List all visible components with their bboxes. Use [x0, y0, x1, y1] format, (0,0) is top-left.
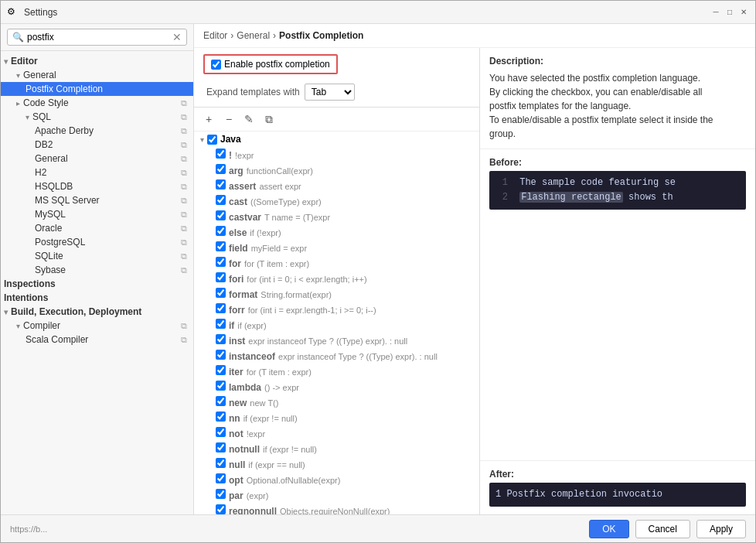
- template-row[interactable]: elseif (!expr): [194, 224, 479, 240]
- template-row[interactable]: nnif (expr != null): [194, 410, 479, 425]
- java-group[interactable]: ▾ Java: [194, 131, 479, 147]
- general-arrow: ▾: [16, 71, 20, 80]
- template-row[interactable]: par(expr): [194, 487, 479, 503]
- template-row[interactable]: formatString.format(expr): [194, 286, 479, 302]
- ok-button[interactable]: OK: [589, 520, 628, 538]
- add-template-button[interactable]: +: [200, 111, 217, 128]
- template-checkbox[interactable]: [216, 319, 226, 329]
- sidebar-item-label: General: [23, 70, 56, 80]
- close-button[interactable]: ✕: [738, 7, 749, 18]
- before-label: Before:: [489, 157, 746, 168]
- template-checkbox[interactable]: [216, 489, 226, 499]
- search-input-wrap[interactable]: 🔍 ✕: [7, 29, 187, 46]
- template-checkbox[interactable]: [216, 427, 226, 437]
- template-checkbox[interactable]: [216, 473, 226, 483]
- template-checkbox[interactable]: [216, 504, 226, 514]
- template-checkbox[interactable]: [216, 195, 226, 205]
- template-row[interactable]: iterfor (T item : expr): [194, 364, 479, 379]
- template-row[interactable]: argfunctionCall(expr): [194, 162, 479, 178]
- sidebar-item-general[interactable]: ▾ General: [1, 68, 193, 82]
- sidebar-item-oracle[interactable]: Oracle ⧉: [1, 221, 193, 235]
- before-line-1-text: The sample code featuring se: [519, 177, 676, 188]
- status-text: https://b...: [10, 524, 47, 534]
- template-checkbox[interactable]: [216, 288, 226, 298]
- sidebar-item-editor[interactable]: ▾ Editor: [1, 54, 193, 68]
- search-input[interactable]: [27, 32, 172, 43]
- enable-postfix-checkbox[interactable]: [211, 60, 221, 70]
- sidebar-item-mssqlserver[interactable]: MS SQL Server ⧉: [1, 193, 193, 207]
- template-row[interactable]: nullif (expr == null): [194, 456, 479, 472]
- template-desc: assert expr: [259, 182, 301, 191]
- search-clear-icon[interactable]: ✕: [172, 31, 182, 43]
- minimize-button[interactable]: ─: [710, 7, 721, 18]
- template-checkbox[interactable]: [216, 272, 226, 282]
- template-row[interactable]: forrfor (int i = expr.length-1; i >= 0; …: [194, 302, 479, 317]
- edit-template-button[interactable]: ✎: [240, 111, 257, 128]
- sidebar-item-sqlite[interactable]: SQLite ⧉: [1, 249, 193, 263]
- sidebar-item-sql[interactable]: ▾ SQL ⧉: [1, 110, 193, 124]
- template-row[interactable]: optOptional.ofNullable(expr): [194, 472, 479, 487]
- sidebar-item-compiler[interactable]: ▾ Compiler ⧉: [1, 319, 193, 333]
- sidebar-item-db2[interactable]: DB2 ⧉: [1, 138, 193, 152]
- sidebar-item-postgresql[interactable]: PostgreSQL ⧉: [1, 235, 193, 249]
- template-checkbox[interactable]: [216, 334, 226, 344]
- sidebar-item-apache-derby[interactable]: Apache Derby ⧉: [1, 124, 193, 138]
- template-checkbox[interactable]: [216, 164, 226, 174]
- remove-template-button[interactable]: −: [220, 111, 237, 128]
- template-checkbox[interactable]: [216, 257, 226, 267]
- template-row[interactable]: castvarT name = (T)expr: [194, 209, 479, 224]
- template-row[interactable]: assertassert expr: [194, 178, 479, 193]
- template-row[interactable]: forfor (T item : expr): [194, 255, 479, 271]
- sidebar-item-inspections[interactable]: Inspections: [1, 277, 193, 291]
- template-row[interactable]: !!expr: [194, 147, 479, 162]
- template-row[interactable]: reqnonnullObjects.requireNonNull(expr): [194, 503, 479, 514]
- template-checkbox[interactable]: [216, 381, 226, 391]
- template-checkbox[interactable]: [216, 350, 226, 360]
- template-desc: for (T item : expr): [244, 259, 309, 268]
- maximize-button[interactable]: □: [724, 7, 735, 18]
- template-desc: ((SomeType) expr): [250, 197, 322, 207]
- cancel-button[interactable]: Cancel: [635, 520, 690, 538]
- template-row[interactable]: ifif (expr): [194, 317, 479, 333]
- template-row[interactable]: cast((SomeType) expr): [194, 193, 479, 209]
- template-row[interactable]: forifor (int i = 0; i < expr.length; i++…: [194, 271, 479, 286]
- sidebar-item-intentions[interactable]: Intentions: [1, 291, 193, 305]
- template-checkbox[interactable]: [216, 442, 226, 452]
- title-bar: ⚙ Settings ─ □ ✕: [1, 1, 755, 24]
- template-key: format: [229, 289, 257, 300]
- template-row[interactable]: not!expr: [194, 425, 479, 441]
- template-row[interactable]: instexpr instanceof Type ? ((Type) expr)…: [194, 333, 479, 348]
- sidebar-item-postfix-completion[interactable]: Postfix Completion: [1, 82, 193, 96]
- template-row[interactable]: fieldmyField = expr: [194, 240, 479, 255]
- copy-template-button[interactable]: ⧉: [261, 111, 278, 128]
- sidebar-item-code-style[interactable]: ▸ Code Style ⧉: [1, 96, 193, 110]
- template-checkbox[interactable]: [216, 412, 226, 422]
- template-checkbox[interactable]: [216, 149, 226, 159]
- template-row[interactable]: newnew T(): [194, 394, 479, 410]
- sidebar-item-scala-compiler[interactable]: Scala Compiler ⧉: [1, 333, 193, 347]
- template-checkbox[interactable]: [216, 303, 226, 313]
- line-number: 1: [495, 489, 501, 500]
- expand-select[interactable]: Tab Enter Space: [305, 84, 355, 101]
- template-checkbox[interactable]: [216, 210, 226, 220]
- template-desc: for (T item : expr): [247, 367, 312, 377]
- apply-button[interactable]: Apply: [696, 520, 746, 538]
- java-group-checkbox[interactable]: [207, 135, 217, 145]
- sidebar-item-hsqldb[interactable]: HSQLDB ⧉: [1, 179, 193, 193]
- template-row[interactable]: instanceofexpr instanceof Type ? ((Type)…: [194, 348, 479, 364]
- enable-postfix-label[interactable]: Enable postfix completion: [224, 59, 330, 70]
- sidebar-item-h2[interactable]: H2 ⧉: [1, 166, 193, 179]
- template-checkbox[interactable]: [216, 396, 226, 406]
- enable-checkbox-wrap[interactable]: Enable postfix completion: [203, 54, 338, 74]
- template-checkbox[interactable]: [216, 241, 226, 251]
- sidebar-item-sybase[interactable]: Sybase ⧉: [1, 263, 193, 277]
- template-checkbox[interactable]: [216, 179, 226, 190]
- template-checkbox[interactable]: [216, 226, 226, 236]
- template-checkbox[interactable]: [216, 365, 226, 375]
- sidebar-item-build-execution-deployment[interactable]: ▾ Build, Execution, Deployment: [1, 305, 193, 319]
- template-row[interactable]: lambda() -> expr: [194, 379, 479, 394]
- sidebar-item-general-sql[interactable]: General ⧉: [1, 152, 193, 166]
- template-row[interactable]: notnullif (expr != null): [194, 441, 479, 456]
- sidebar-item-mysql[interactable]: MySQL ⧉: [1, 207, 193, 221]
- template-checkbox[interactable]: [216, 458, 226, 468]
